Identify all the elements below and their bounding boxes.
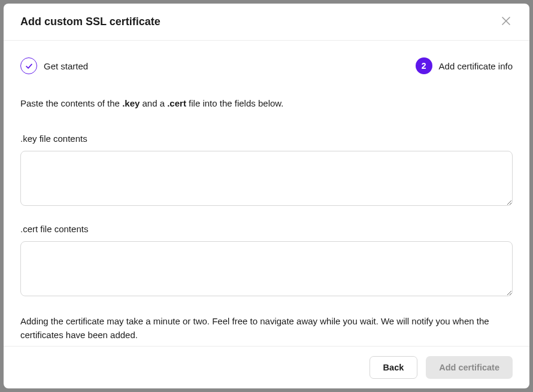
modal-title: Add custom SSL certificate — [20, 16, 160, 28]
step-number-badge: 2 — [416, 57, 432, 74]
cert-field-label: .cert file contents — [20, 224, 513, 234]
modal-body: Get started 2 Add certificate info Paste… — [4, 41, 529, 346]
instruction-part: and a — [140, 98, 167, 108]
key-field-label: .key file contents — [20, 133, 513, 144]
modal-header: Add custom SSL certificate — [4, 4, 529, 41]
back-button[interactable]: Back — [370, 356, 418, 379]
instruction-text: Paste the contents of the .key and a .ce… — [20, 97, 513, 111]
close-button[interactable] — [499, 14, 513, 29]
step-label: Get started — [44, 61, 88, 71]
key-field-group: .key file contents — [20, 133, 513, 208]
step-add-certificate-info: 2 Add certificate info — [416, 57, 513, 74]
instruction-part: file into the fields below. — [186, 98, 284, 108]
cert-field-group: .cert file contents — [20, 224, 513, 299]
close-icon — [502, 17, 510, 27]
step-get-started: Get started — [20, 57, 88, 74]
step-label: Add certificate info — [439, 61, 513, 71]
add-certificate-button[interactable]: Add certificate — [426, 356, 513, 379]
help-text: Adding the certificate may take a minute… — [20, 314, 513, 342]
modal-footer: Back Add certificate — [4, 346, 529, 388]
key-file-textarea[interactable] — [20, 151, 513, 206]
check-icon — [20, 57, 37, 74]
instruction-bold-key: .key — [122, 98, 140, 108]
stepper: Get started 2 Add certificate info — [20, 57, 513, 74]
instruction-bold-cert: .cert — [167, 98, 186, 108]
cert-file-textarea[interactable] — [20, 241, 513, 296]
ssl-certificate-modal: Add custom SSL certificate Get started — [4, 4, 529, 388]
instruction-part: Paste the contents of the — [20, 98, 122, 108]
